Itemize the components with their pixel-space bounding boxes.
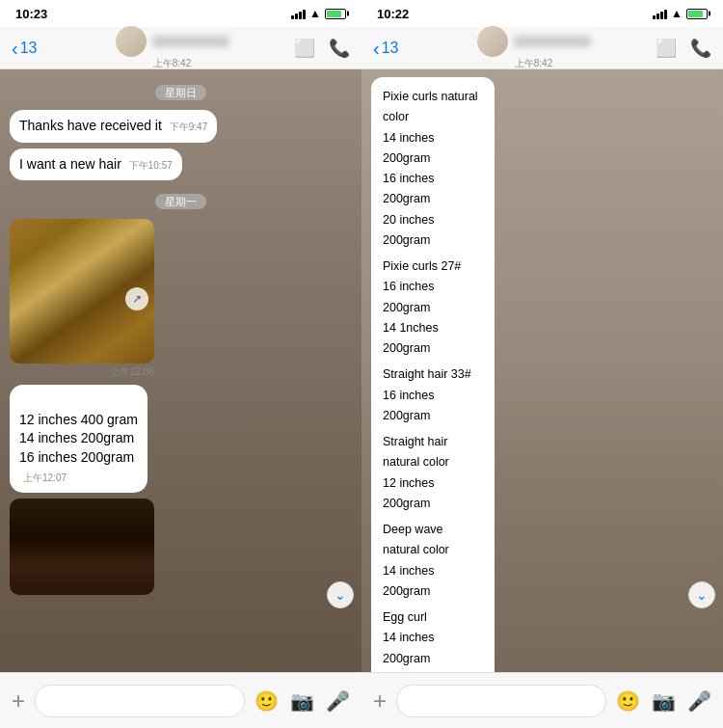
contact-name-blurred [514, 36, 591, 47]
bubble-new-hair: I want a new hair 下午10:57 [10, 148, 182, 181]
day-label-monday: 星期一 [10, 192, 352, 209]
catalog-section-title: Egg curl [383, 607, 483, 628]
right-nav-actions: ⬜ 📞 [656, 38, 711, 59]
catalog-item: 16 inches 200gram [383, 386, 483, 427]
msg-row-inches: 12 inches 400 gram 14 inches 200gram 16 … [10, 385, 352, 493]
right-scroll-down-button[interactable]: ⌄ [688, 581, 715, 608]
left-back-button[interactable]: ‹ 13 [12, 39, 50, 58]
right-phone-screen: 10:22 ▲ ‹ 13 上午8:42 [362, 0, 723, 728]
camera-icon[interactable]: 📷 [290, 689, 314, 713]
catalog-section-title: Straight hair natural color [383, 432, 483, 473]
left-nav-bar: ‹ 13 上午8:42 ⬜ 📞 [0, 27, 362, 69]
hair-image-2[interactable] [10, 499, 154, 595]
catalog-item: 14 inches 200gram [383, 628, 483, 669]
back-count: 13 [382, 40, 399, 57]
catalog-item: 20 inches 200gram [383, 210, 483, 252]
sticker-icon[interactable]: 🙂 [254, 689, 279, 713]
bubble-text: 12 inches 400 gram 14 inches 200gram 16 … [19, 412, 138, 465]
right-nav-center: 上午8:42 [412, 26, 656, 70]
camera-icon[interactable]: 📷 [652, 689, 676, 713]
bubble-text: Thanks have received it [19, 118, 162, 133]
message-input[interactable] [396, 685, 606, 717]
battery-icon [325, 9, 346, 19]
catalog-item: 16 inches 200gram [383, 169, 483, 210]
video-call-icon[interactable]: ⬜ [294, 38, 315, 59]
battery-icon [686, 9, 708, 19]
voice-call-icon[interactable]: 📞 [690, 38, 711, 59]
contact-name-blurred [152, 36, 229, 47]
catalog-section-title: Pixie curls natural color [383, 87, 483, 128]
plus-icon[interactable]: + [12, 688, 25, 715]
voice-call-icon[interactable]: 📞 [329, 38, 350, 59]
bottom-action-icons: 🙂 📷 🎤 [254, 689, 350, 713]
back-arrow-icon: ‹ [12, 39, 18, 58]
right-bottom-bar: + 🙂 📷 🎤 [362, 672, 723, 728]
catalog-section-title: Straight hair 33# [383, 364, 483, 385]
signal-icon [291, 8, 306, 19]
bottom-action-icons: 🙂 📷 🎤 [616, 689, 711, 713]
mic-icon[interactable]: 🎤 [687, 689, 711, 713]
bubble-text: I want a new hair [19, 156, 121, 172]
msg-row-image2 [10, 499, 352, 595]
catalog-section-title: Pixie curls 27# [383, 256, 483, 277]
sticker-icon[interactable]: 🙂 [616, 689, 640, 713]
left-nav-center: 上午8:42 [50, 26, 294, 70]
catalog-bubble: Pixie curls natural color 14 inches 200g… [371, 77, 495, 672]
left-chat-area: 星期日 Thanks have received it 下午9:47 I wan… [0, 69, 362, 672]
scroll-down-button[interactable]: ⌄ [327, 581, 354, 608]
bubble-inches: 12 inches 400 gram 14 inches 200gram 16 … [10, 385, 147, 493]
bubble-time: 下午10:57 [129, 160, 173, 171]
contact-avatar [477, 26, 508, 57]
right-back-button[interactable]: ‹ 13 [373, 39, 412, 58]
back-arrow-icon: ‹ [373, 39, 380, 58]
left-status-icons: ▲ [291, 7, 346, 20]
left-phone-screen: 10:23 ▲ ‹ 13 上午8:42 [0, 0, 362, 728]
right-chat-area: Pixie curls natural color 14 inches 200g… [362, 69, 723, 672]
msg-row-image: ↗ 上午12:06 [10, 219, 352, 379]
share-button[interactable]: ↗ [125, 287, 148, 310]
signal-icon [653, 8, 667, 19]
mic-icon[interactable]: 🎤 [326, 689, 350, 713]
bubble-time: 上午12:07 [23, 472, 67, 483]
image-time: 上午12:06 [10, 365, 154, 379]
back-count: 13 [20, 40, 38, 57]
catalog-section-title: Deep wave natural color [383, 520, 483, 561]
catalog-item: 16 inches 200gram [383, 277, 483, 318]
plus-icon[interactable]: + [373, 688, 387, 715]
message-input[interactable] [35, 685, 245, 717]
catalog-item: 14 inches 200gram [383, 561, 483, 603]
left-bottom-bar: + 🙂 📷 🎤 [0, 672, 362, 728]
msg-row-catalog: Pixie curls natural color 14 inches 200g… [371, 77, 713, 672]
video-call-icon[interactable]: ⬜ [656, 38, 677, 59]
bubble-time: 下午9:47 [170, 121, 207, 132]
nav-subtitle: 上午8:42 [153, 57, 191, 70]
left-status-bar: 10:23 ▲ [0, 0, 362, 27]
catalog-item: 14 1nches 200gram [383, 318, 483, 360]
msg-row: Thanks have received it 下午9:47 [10, 110, 352, 143]
right-status-icons: ▲ [653, 7, 708, 20]
right-nav-bar: ‹ 13 上午8:42 ⬜ 📞 [362, 27, 723, 69]
catalog-item: 14 inches 200gram [383, 128, 483, 170]
msg-row: I want a new hair 下午10:57 [10, 148, 352, 181]
catalog-item: 12 inches 200gram [383, 473, 483, 515]
nav-subtitle: 上午8:42 [515, 57, 552, 70]
right-status-time: 10:22 [377, 7, 409, 21]
day-label-sunday: 星期日 [10, 83, 352, 100]
wifi-icon: ▲ [309, 7, 321, 20]
contact-avatar [116, 26, 147, 57]
left-nav-actions: ⬜ 📞 [294, 38, 350, 59]
wifi-icon: ▲ [671, 7, 683, 20]
right-chat-scroll[interactable]: Pixie curls natural color 14 inches 200g… [362, 69, 723, 672]
left-chat-scroll[interactable]: 星期日 Thanks have received it 下午9:47 I wan… [0, 69, 362, 672]
bubble-received: Thanks have received it 下午9:47 [10, 110, 217, 143]
left-status-time: 10:23 [15, 7, 47, 21]
right-status-bar: 10:22 ▲ [362, 0, 723, 27]
